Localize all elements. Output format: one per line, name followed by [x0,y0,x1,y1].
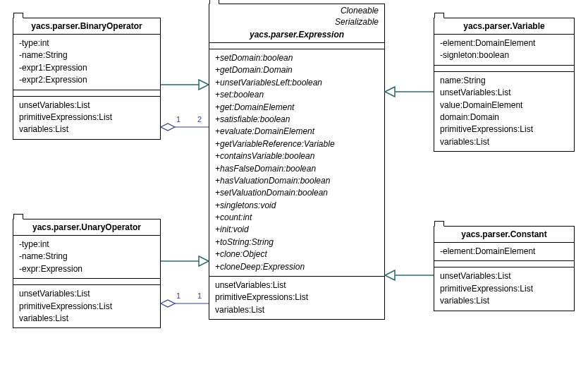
member: primitiveExpressions:List [19,112,154,124]
multiplicity-label: 1 [176,291,180,300]
member: primitiveExpressions:List [19,301,154,313]
op: +getDomain:Domain [215,64,379,76]
op: +containsVariable:boolean [215,150,379,162]
class-variable: yacs.parser.Variable -element:DomainElem… [434,18,575,152]
member: unsetVariables:List [440,87,568,99]
member: unsetVariables:List [19,100,154,112]
attr: -name:String [19,251,154,263]
op: +toString:String [215,236,379,248]
multiplicity-label: 2 [197,115,202,124]
class-title: yacs.parser.Variable [434,18,574,35]
op: +setValuationDomain:boolean [215,187,379,199]
class-title: yacs.parser.Expression [209,27,384,42]
svg-marker-8 [161,124,175,131]
class-unary-operator: yacs.parser.UnaryOperator -type:int -nam… [13,219,161,328]
svg-marker-5 [385,87,395,97]
class-tab-icon [13,214,23,219]
op: +unsetVariablesLeft:boolean [215,77,379,89]
class-members: name:String unsetVariables:List value:Do… [434,72,574,151]
member: unsetVariables:List [215,279,379,291]
class-ops: +setDomain:boolean +getDomain:Domain +un… [209,49,384,277]
class-ops [13,279,160,285]
class-ops [434,261,574,267]
class-attributes [209,43,384,49]
member: domain:Domain [440,112,568,124]
svg-marker-1 [199,80,209,90]
op: +hasValuationDomain:boolean [215,175,379,187]
stereotype: Cloneable [209,4,384,16]
attr: -element:DomainElement [440,246,568,258]
class-tab-icon [434,13,444,18]
op: +init:void [215,224,379,236]
class-attributes: -element:DomainElement [434,243,574,261]
class-expression: Cloneable Serializable yacs.parser.Expre… [209,4,385,320]
op: +cloneDeep:Expression [215,261,379,273]
member: unsetVariables:List [19,288,154,300]
class-members: unsetVariables:List primitiveExpressions… [13,285,160,327]
member: variables:List [440,136,568,148]
attr: -element:DomainElement [440,37,568,49]
class-members: unsetVariables:List primitiveExpressions… [13,97,160,139]
class-title: yacs.parser.UnaryOperator [13,219,160,236]
member: variables:List [215,304,379,316]
attr: -expr:Expression [19,263,154,275]
member: value:DomainElement [440,100,568,112]
class-ops [13,90,160,97]
class-attributes: -type:int -name:String -expr1:Expression… [13,35,160,90]
svg-marker-3 [199,256,209,266]
member: variables:List [440,295,568,307]
member: variables:List [19,313,154,325]
svg-marker-7 [385,270,395,280]
svg-marker-10 [161,300,175,307]
class-attributes: -element:DomainElement -signleton:boolea… [434,35,574,66]
op: +get:DomainElement [215,102,379,114]
class-tab-icon [434,221,444,227]
class-tab-icon [13,13,23,18]
member: unsetVariables:List [440,270,568,282]
attr: -type:int [19,239,154,251]
class-ops [434,66,574,72]
class-binary-operator: yacs.parser.BinaryOperator -type:int -na… [13,18,161,140]
op: +set:boolean [215,89,379,101]
member: variables:List [19,124,154,136]
class-attributes: -type:int -name:String -expr:Expression [13,236,160,279]
class-title: yacs.parser.Constant [434,227,574,243]
op: +evaluate:DomainElement [215,126,379,138]
class-tab-icon [209,0,219,4]
class-title-block: Cloneable Serializable yacs.parser.Expre… [209,4,384,43]
member: name:String [440,75,568,87]
op: +count:int [215,212,379,224]
member: primitiveExpressions:List [440,283,568,295]
attr: -type:int [19,37,154,49]
multiplicity-label: 1 [176,115,180,124]
stereotype: Serializable [209,16,384,27]
op: +clone:Object [215,248,379,260]
op: +getVariableReference:Variable [215,138,379,150]
member: primitiveExpressions:List [440,124,568,136]
member: primitiveExpressions:List [215,291,379,303]
op: +singletons:void [215,200,379,212]
attr: -expr1:Expression [19,62,154,74]
attr: -signleton:boolean [440,49,568,61]
multiplicity-label: 1 [197,291,202,300]
attr: -expr2:Expression [19,74,154,86]
class-constant: yacs.parser.Constant -element:DomainElem… [434,226,575,311]
op: +setDomain:boolean [215,52,379,64]
op: +hasFalseDomain:boolean [215,163,379,175]
op: +satisfiable:boolean [215,114,379,126]
class-members: unsetVariables:List primitiveExpressions… [209,277,384,319]
class-title: yacs.parser.BinaryOperator [13,18,160,35]
attr: -name:String [19,49,154,61]
class-members: unsetVariables:List primitiveExpressions… [434,267,574,310]
